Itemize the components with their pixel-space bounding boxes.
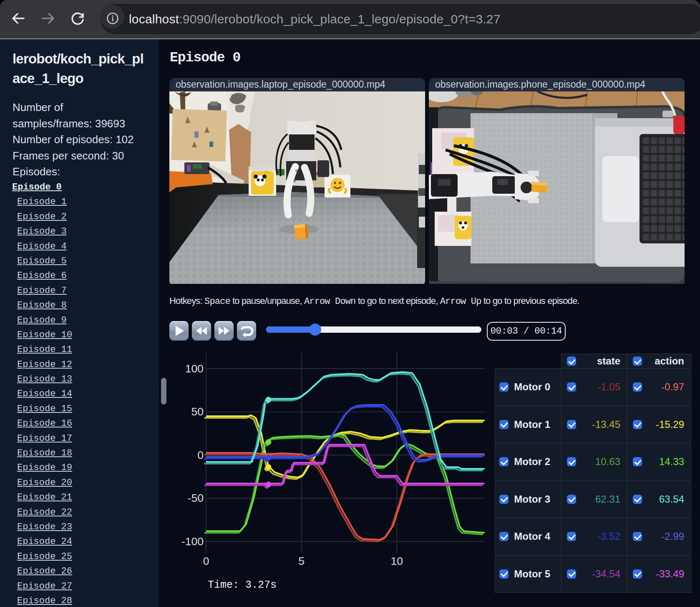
svg-text:0: 0	[203, 555, 209, 567]
svg-text:100: 100	[185, 362, 204, 375]
svg-text:-50: -50	[188, 492, 204, 504]
svg-text:5: 5	[298, 555, 305, 567]
svg-text:50: 50	[191, 405, 204, 418]
svg-text:0: 0	[197, 449, 204, 461]
svg-text:-100: -100	[181, 535, 204, 548]
svg-text:10: 10	[390, 555, 403, 567]
